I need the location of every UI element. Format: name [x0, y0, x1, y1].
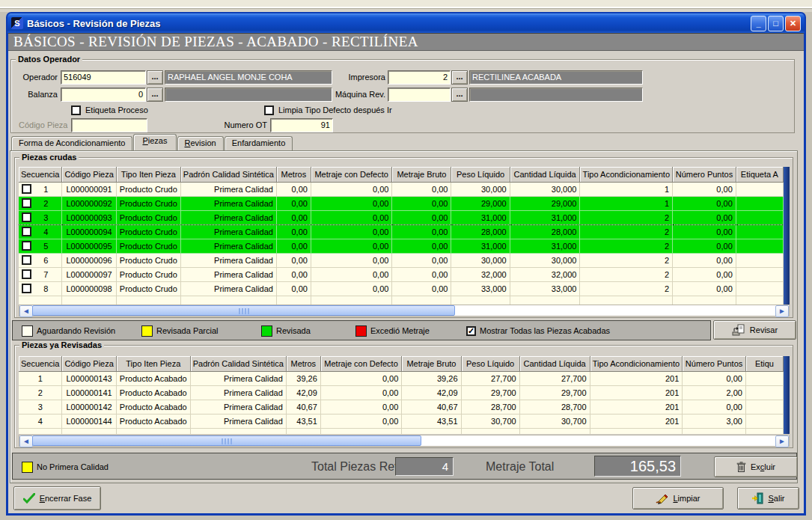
cell[interactable]: 0,00 — [673, 196, 736, 210]
cell[interactable]: 6 — [19, 253, 62, 267]
cell[interactable]: Producto Crudo — [116, 182, 180, 196]
column-header[interactable]: Padrón Calidad Sintética — [190, 356, 286, 371]
cell[interactable]: Primera Calidad — [190, 400, 286, 414]
column-header[interactable]: Cantidad Líquida — [519, 356, 590, 371]
cell[interactable]: 0,00 — [673, 253, 736, 267]
cell[interactable]: Primera Calidad — [180, 253, 276, 267]
cell[interactable]: Primera Calidad — [180, 281, 276, 296]
row-checkbox[interactable] — [22, 198, 31, 208]
cell[interactable] — [736, 267, 783, 281]
column-header[interactable]: Secuencia — [19, 356, 62, 371]
balanza-code-field[interactable]: 0 — [61, 88, 146, 102]
cell[interactable]: 40,67 — [402, 400, 461, 414]
cell[interactable]: 2,00 — [683, 385, 746, 400]
cell[interactable]: Producto Crudo — [116, 239, 180, 253]
cell[interactable]: 2 — [580, 239, 673, 253]
cell[interactable]: 31,000 — [510, 239, 580, 253]
codigo-pieza-field[interactable] — [71, 118, 147, 132]
cell[interactable]: 2 — [580, 224, 673, 239]
cell[interactable]: 0,00 — [311, 267, 392, 281]
encerrar-fase-button[interactable]: Encerrar Fase — [13, 486, 101, 510]
cell[interactable]: 0,00 — [673, 267, 736, 281]
cell[interactable]: 0,00 — [392, 210, 451, 224]
column-header[interactable]: Metros — [276, 167, 311, 182]
cell[interactable]: 31,000 — [510, 210, 580, 224]
cell[interactable]: Producto Acabado — [116, 371, 190, 385]
cell[interactable]: 0,00 — [311, 224, 392, 239]
cell[interactable] — [745, 371, 783, 385]
maquina-rev-browse-button[interactable]: ... — [451, 88, 468, 102]
cell[interactable]: 4 — [19, 224, 62, 239]
cell[interactable]: 27,700 — [461, 371, 519, 385]
numero-ot-field[interactable]: 91 — [270, 118, 333, 132]
cell[interactable]: 29,700 — [461, 385, 519, 400]
scroll-thumb[interactable] — [32, 305, 455, 316]
cell[interactable]: 29,000 — [510, 196, 580, 210]
cell[interactable]: Primera Calidad — [180, 210, 276, 224]
cell[interactable] — [736, 210, 783, 224]
cell[interactable]: L000000142 — [62, 400, 116, 414]
cell[interactable] — [736, 182, 783, 196]
cell[interactable]: 0,00 — [392, 253, 451, 267]
cell[interactable]: 30,000 — [510, 253, 580, 267]
cell[interactable]: 28,700 — [519, 400, 590, 414]
cell[interactable]: 1 — [580, 196, 673, 210]
cell[interactable]: 43,51 — [286, 414, 320, 428]
cell[interactable]: Primera Calidad — [180, 182, 276, 196]
cell[interactable]: Primera Calidad — [190, 414, 286, 428]
row-checkbox[interactable] — [22, 212, 31, 222]
column-header[interactable]: Padrón Calidad Sintética — [180, 167, 276, 182]
column-header[interactable]: Metros — [286, 356, 320, 371]
cell[interactable]: 31,000 — [451, 210, 510, 224]
column-header[interactable]: Tipo Iten Pieza — [116, 167, 180, 182]
row-checkbox[interactable] — [22, 184, 31, 194]
minimize-button[interactable]: _ — [751, 16, 766, 31]
crudas-hscrollbar[interactable]: ◄ ► — [19, 305, 790, 316]
cell[interactable] — [736, 196, 783, 210]
column-header[interactable]: Metraje con Defecto — [311, 167, 392, 182]
cell[interactable]: 0,00 — [276, 196, 311, 210]
column-header[interactable]: Metraje Bruto — [402, 356, 461, 371]
cell[interactable]: 0,00 — [311, 281, 392, 296]
column-header[interactable]: Código Pieza — [62, 356, 116, 371]
cell[interactable]: Producto Acabado — [116, 385, 190, 400]
cell[interactable]: 0,00 — [673, 182, 736, 196]
cell[interactable]: 0,00 — [311, 253, 392, 267]
cell[interactable]: 0,00 — [673, 210, 736, 224]
scroll-right-button[interactable]: ► — [775, 435, 789, 447]
row-checkbox[interactable] — [22, 255, 31, 265]
cell[interactable]: Primera Calidad — [180, 239, 276, 253]
impresora-browse-button[interactable]: ... — [451, 70, 468, 85]
cell[interactable]: 39,26 — [402, 371, 461, 385]
cell[interactable]: Producto Crudo — [116, 196, 180, 210]
column-header[interactable]: Peso Líquido — [461, 356, 519, 371]
cell[interactable]: 29,000 — [451, 196, 510, 210]
cell[interactable]: 27,700 — [519, 371, 590, 385]
cell[interactable]: Producto Crudo — [116, 210, 180, 224]
cell[interactable]: Primera Calidad — [180, 196, 276, 210]
column-header[interactable]: Etiqueta A — [736, 167, 783, 182]
cell[interactable]: 201 — [590, 371, 683, 385]
cell[interactable]: 0,00 — [320, 414, 402, 428]
cell[interactable]: L000000096 — [62, 253, 116, 267]
cell[interactable]: 4 — [19, 414, 62, 428]
cell[interactable]: 0,00 — [320, 400, 402, 414]
scroll-right-button[interactable]: ► — [775, 305, 789, 317]
revisar-button[interactable]: Revisar — [713, 320, 796, 340]
cell[interactable]: 0,00 — [276, 267, 311, 281]
cell[interactable]: L000000141 — [62, 385, 116, 400]
column-header[interactable]: Tipo Iten Pieza — [116, 356, 190, 371]
tab-piezas[interactable]: Piezas — [133, 134, 176, 150]
cell[interactable]: Primera Calidad — [180, 267, 276, 281]
cell[interactable]: L000000094 — [62, 224, 116, 239]
operador-code-field[interactable]: 516049 — [61, 70, 146, 85]
cell[interactable]: 2 — [580, 281, 673, 296]
cell[interactable]: 29,700 — [519, 385, 590, 400]
row-checkbox[interactable] — [22, 241, 31, 251]
column-header[interactable]: Código Pieza — [62, 167, 116, 182]
operador-browse-button[interactable]: ... — [147, 70, 163, 85]
cell[interactable]: L000000143 — [62, 371, 116, 385]
cell[interactable]: 0,00 — [311, 182, 392, 196]
cell[interactable] — [736, 281, 783, 296]
etiqueta-proceso-checkbox[interactable] — [71, 105, 81, 115]
